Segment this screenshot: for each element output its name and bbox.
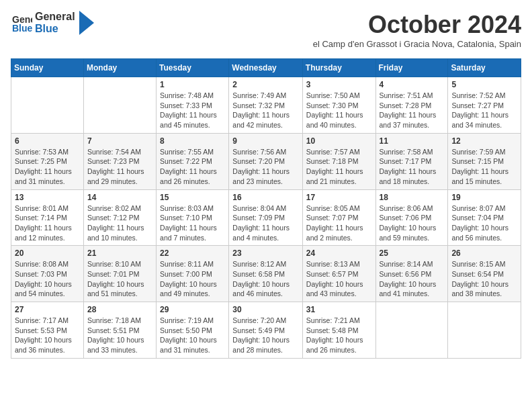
day-detail: Sunrise: 8:15 AM Sunset: 6:54 PM Dayligh… — [451, 259, 517, 299]
logo-icon: General Blue — [11, 12, 32, 34]
day-detail: Sunrise: 7:50 AM Sunset: 7:30 PM Dayligh… — [306, 91, 372, 130]
calendar-day-cell — [11, 77, 84, 134]
dow-header: Tuesday — [157, 59, 229, 77]
day-number: 11 — [380, 136, 445, 146]
day-detail: Sunrise: 8:05 AM Sunset: 7:07 PM Dayligh… — [306, 203, 372, 243]
day-detail: Sunrise: 8:01 AM Sunset: 7:14 PM Dayligh… — [15, 203, 80, 243]
day-detail: Sunrise: 7:48 AM Sunset: 7:33 PM Dayligh… — [160, 91, 225, 130]
day-number: 28 — [87, 305, 152, 314]
day-detail: Sunrise: 8:13 AM Sunset: 6:57 PM Dayligh… — [306, 259, 372, 299]
calendar-day-cell: 4Sunrise: 7:51 AM Sunset: 7:28 PM Daylig… — [375, 77, 448, 134]
calendar-day-cell — [83, 77, 156, 134]
calendar-day-cell: 21Sunrise: 8:10 AM Sunset: 7:01 PM Dayli… — [83, 246, 156, 302]
calendar-week-row: 1Sunrise: 7:48 AM Sunset: 7:33 PM Daylig… — [11, 77, 521, 134]
day-number: 25 — [380, 248, 445, 258]
day-detail: Sunrise: 8:10 AM Sunset: 7:01 PM Dayligh… — [87, 259, 152, 299]
dow-header: Monday — [83, 59, 156, 77]
calendar-day-cell: 11Sunrise: 7:58 AM Sunset: 7:17 PM Dayli… — [375, 133, 448, 189]
calendar-table: SundayMondayTuesdayWednesdayThursdayFrid… — [11, 58, 521, 359]
day-number: 29 — [160, 305, 225, 314]
day-detail: Sunrise: 7:21 AM Sunset: 5:48 PM Dayligh… — [306, 316, 372, 355]
day-number: 20 — [15, 248, 80, 258]
svg-text:Blue: Blue — [12, 23, 32, 34]
day-number: 6 — [15, 136, 80, 146]
calendar-day-cell: 2Sunrise: 7:49 AM Sunset: 7:32 PM Daylig… — [229, 77, 303, 134]
day-number: 21 — [87, 248, 152, 258]
day-detail: Sunrise: 7:55 AM Sunset: 7:22 PM Dayligh… — [160, 147, 225, 187]
calendar-week-row: 20Sunrise: 8:08 AM Sunset: 7:03 PM Dayli… — [11, 246, 521, 302]
location-subtitle: el Camp d'en Grassot i Gracia Nova, Cata… — [313, 39, 521, 49]
day-number: 14 — [87, 193, 152, 202]
day-detail: Sunrise: 7:59 AM Sunset: 7:15 PM Dayligh… — [451, 147, 517, 187]
calendar-week-row: 6Sunrise: 7:53 AM Sunset: 7:25 PM Daylig… — [11, 133, 521, 189]
calendar-day-cell: 28Sunrise: 7:18 AM Sunset: 5:51 PM Dayli… — [83, 302, 156, 359]
day-detail: Sunrise: 7:58 AM Sunset: 7:17 PM Dayligh… — [380, 147, 445, 187]
day-detail: Sunrise: 8:03 AM Sunset: 7:10 PM Dayligh… — [160, 203, 225, 243]
dow-header: Friday — [375, 59, 448, 77]
calendar-day-cell: 20Sunrise: 8:08 AM Sunset: 7:03 PM Dayli… — [11, 246, 84, 302]
day-number: 18 — [380, 193, 445, 202]
logo: General Blue General Blue — [11, 11, 94, 35]
calendar-week-row: 27Sunrise: 7:17 AM Sunset: 5:53 PM Dayli… — [11, 302, 521, 359]
day-number: 9 — [232, 136, 299, 146]
dow-header: Thursday — [302, 59, 375, 77]
day-detail: Sunrise: 8:12 AM Sunset: 6:58 PM Dayligh… — [232, 259, 299, 299]
day-detail: Sunrise: 7:20 AM Sunset: 5:49 PM Dayligh… — [232, 316, 299, 355]
calendar-day-cell: 29Sunrise: 7:19 AM Sunset: 5:50 PM Dayli… — [157, 302, 229, 359]
day-number: 30 — [232, 305, 299, 314]
calendar-day-cell: 17Sunrise: 8:05 AM Sunset: 7:07 PM Dayli… — [302, 189, 375, 246]
day-number: 31 — [306, 305, 372, 314]
dow-header: Sunday — [11, 59, 84, 77]
day-number: 17 — [306, 193, 372, 202]
calendar-day-cell: 23Sunrise: 8:12 AM Sunset: 6:58 PM Dayli… — [229, 246, 303, 302]
dow-header: Wednesday — [229, 59, 303, 77]
calendar-day-cell: 6Sunrise: 7:53 AM Sunset: 7:25 PM Daylig… — [11, 133, 84, 189]
day-detail: Sunrise: 8:06 AM Sunset: 7:06 PM Dayligh… — [380, 203, 445, 243]
day-number: 10 — [306, 136, 372, 146]
month-title: October 2024 — [313, 11, 521, 39]
calendar-day-cell: 22Sunrise: 8:11 AM Sunset: 7:00 PM Dayli… — [157, 246, 229, 302]
day-number: 5 — [451, 80, 517, 89]
day-number: 2 — [232, 80, 299, 89]
logo-blue: Blue — [35, 23, 75, 35]
calendar-day-cell: 24Sunrise: 8:13 AM Sunset: 6:57 PM Dayli… — [302, 246, 375, 302]
calendar-day-cell: 25Sunrise: 8:14 AM Sunset: 6:56 PM Dayli… — [375, 246, 448, 302]
day-number: 26 — [451, 248, 517, 258]
day-number: 12 — [451, 136, 517, 146]
calendar-day-cell: 27Sunrise: 7:17 AM Sunset: 5:53 PM Dayli… — [11, 302, 84, 359]
calendar-day-cell: 13Sunrise: 8:01 AM Sunset: 7:14 PM Dayli… — [11, 189, 84, 246]
calendar-day-cell: 12Sunrise: 7:59 AM Sunset: 7:15 PM Dayli… — [448, 133, 521, 189]
day-detail: Sunrise: 8:04 AM Sunset: 7:09 PM Dayligh… — [232, 203, 299, 243]
calendar-body: 1Sunrise: 7:48 AM Sunset: 7:33 PM Daylig… — [11, 77, 521, 359]
day-number: 13 — [15, 193, 80, 202]
calendar-day-cell: 7Sunrise: 7:54 AM Sunset: 7:23 PM Daylig… — [83, 133, 156, 189]
day-number: 22 — [160, 248, 225, 258]
day-number: 27 — [15, 305, 80, 314]
day-number: 19 — [451, 193, 517, 202]
calendar-day-cell — [448, 302, 521, 359]
calendar-day-cell: 30Sunrise: 7:20 AM Sunset: 5:49 PM Dayli… — [229, 302, 303, 359]
day-number: 23 — [232, 248, 299, 258]
day-detail: Sunrise: 7:53 AM Sunset: 7:25 PM Dayligh… — [15, 147, 80, 187]
day-detail: Sunrise: 8:08 AM Sunset: 7:03 PM Dayligh… — [15, 259, 80, 299]
calendar-day-cell: 14Sunrise: 8:02 AM Sunset: 7:12 PM Dayli… — [83, 189, 156, 246]
day-detail: Sunrise: 8:02 AM Sunset: 7:12 PM Dayligh… — [87, 203, 152, 243]
day-number: 24 — [306, 248, 372, 258]
page-header: General Blue General Blue October 2024 e… — [11, 11, 521, 56]
calendar-day-cell: 31Sunrise: 7:21 AM Sunset: 5:48 PM Dayli… — [302, 302, 375, 359]
day-detail: Sunrise: 7:54 AM Sunset: 7:23 PM Dayligh… — [87, 147, 152, 187]
day-detail: Sunrise: 7:52 AM Sunset: 7:27 PM Dayligh… — [451, 91, 517, 130]
calendar-day-cell — [375, 302, 448, 359]
calendar-day-cell: 8Sunrise: 7:55 AM Sunset: 7:22 PM Daylig… — [157, 133, 229, 189]
calendar-day-cell: 26Sunrise: 8:15 AM Sunset: 6:54 PM Dayli… — [448, 246, 521, 302]
day-detail: Sunrise: 7:56 AM Sunset: 7:20 PM Dayligh… — [232, 147, 299, 187]
day-detail: Sunrise: 7:19 AM Sunset: 5:50 PM Dayligh… — [160, 316, 225, 355]
day-number: 1 — [160, 80, 225, 89]
calendar-day-cell: 5Sunrise: 7:52 AM Sunset: 7:27 PM Daylig… — [448, 77, 521, 134]
day-detail: Sunrise: 8:11 AM Sunset: 7:00 PM Dayligh… — [160, 259, 225, 299]
calendar-week-row: 13Sunrise: 8:01 AM Sunset: 7:14 PM Dayli… — [11, 189, 521, 246]
calendar-day-cell: 19Sunrise: 8:07 AM Sunset: 7:04 PM Dayli… — [448, 189, 521, 246]
day-number: 4 — [380, 80, 445, 89]
day-number: 3 — [306, 80, 372, 89]
logo-chevron-icon — [79, 11, 94, 35]
